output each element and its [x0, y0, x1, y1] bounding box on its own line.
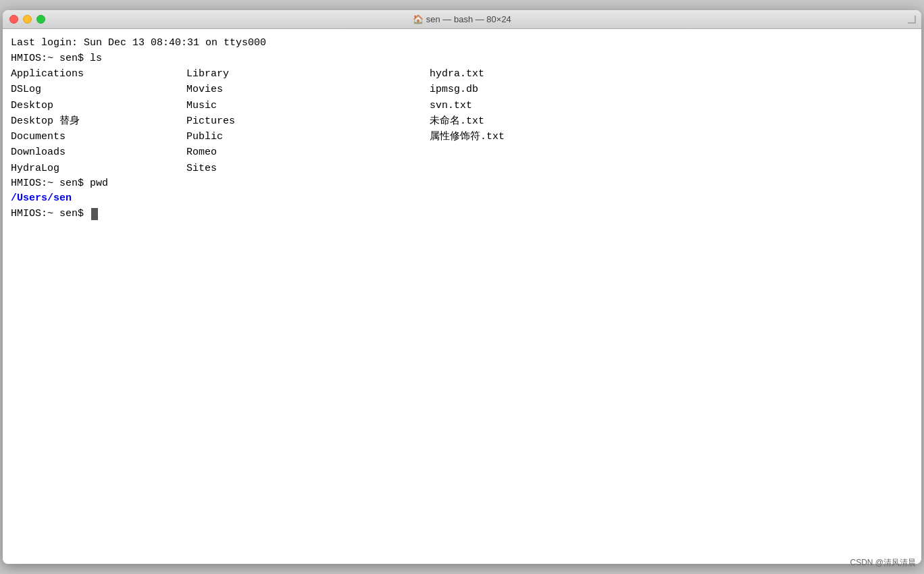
- traffic-lights: [9, 15, 45, 24]
- list-item: Romeo: [186, 145, 430, 160]
- list-item: Sites: [186, 161, 430, 176]
- list-item: 未命名.txt: [430, 113, 913, 129]
- pwd-output: /Users/sen: [11, 191, 913, 207]
- prompt-ls: HMIOS:~ sen$ ls: [11, 51, 913, 67]
- list-item: Public: [186, 129, 430, 145]
- maximize-button[interactable]: [36, 15, 45, 24]
- terminal-body[interactable]: Last login: Sun Dec 13 08:40:31 on ttys0…: [3, 29, 921, 564]
- list-item: Applications: [11, 66, 186, 82]
- prompt-text: HMIOS:~ sen$: [11, 207, 90, 222]
- minimize-button[interactable]: [23, 15, 32, 24]
- list-item: HydraLog: [11, 161, 186, 176]
- window-title: 🏠 sen — bash — 80×24: [413, 14, 511, 24]
- ls-col-1: Applications DSLog Desktop Desktop 替身 Do…: [11, 66, 186, 176]
- list-item: Desktop 替身: [11, 113, 186, 129]
- resize-handle[interactable]: [908, 16, 916, 24]
- terminal-window: 🏠 sen — bash — 80×24 Last login: Sun Dec…: [3, 10, 921, 564]
- list-item: 属性修饰符.txt: [430, 129, 913, 145]
- list-item: Pictures: [186, 113, 430, 129]
- list-item: svn.txt: [430, 98, 913, 113]
- ls-col-3: hydra.txt ipmsg.db svn.txt 未命名.txt 属性修饰符…: [430, 66, 913, 176]
- list-item: ipmsg.db: [430, 82, 913, 97]
- title-bar: 🏠 sen — bash — 80×24: [3, 10, 921, 29]
- list-item: hydra.txt: [430, 66, 913, 82]
- list-item: Music: [186, 98, 430, 113]
- cursor: [91, 208, 98, 220]
- prompt-pwd: HMIOS:~ sen$ pwd: [11, 176, 913, 192]
- list-item: Downloads: [11, 145, 186, 160]
- login-line: Last login: Sun Dec 13 08:40:31 on ttys0…: [11, 36, 913, 51]
- ls-col-2: Library Movies Music Pictures Public Rom…: [186, 66, 430, 176]
- list-item: Desktop: [11, 98, 186, 113]
- list-item: Documents: [11, 129, 186, 145]
- list-item: Library: [186, 66, 430, 82]
- close-button[interactable]: [9, 15, 18, 24]
- watermark: CSDN @清风清晨: [850, 557, 916, 569]
- ls-output: Applications DSLog Desktop Desktop 替身 Do…: [11, 66, 913, 176]
- list-item: DSLog: [11, 82, 186, 97]
- list-item: Movies: [186, 82, 430, 97]
- prompt-active[interactable]: HMIOS:~ sen$: [11, 207, 913, 222]
